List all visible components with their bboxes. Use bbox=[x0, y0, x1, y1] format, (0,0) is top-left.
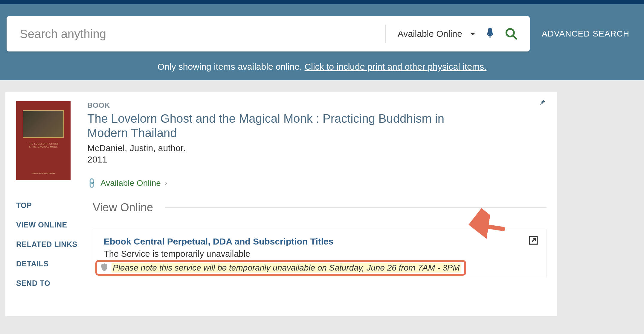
shield-icon bbox=[101, 263, 108, 273]
record-panel: THE LOVELORN GHOST& THE MAGICAL MONK JUS… bbox=[5, 92, 557, 316]
top-banner-strip bbox=[0, 0, 644, 4]
search-row: Available Online ADVANCED SEARCH bbox=[7, 16, 637, 51]
link-icon: 🔗 bbox=[86, 177, 98, 189]
chevron-right-icon: › bbox=[165, 179, 167, 187]
microphone-icon[interactable] bbox=[484, 27, 496, 41]
sidenav-item-view-online[interactable]: VIEW ONLINE bbox=[16, 221, 82, 229]
resource-type-label: BOOK bbox=[87, 101, 547, 110]
record-author: McDaniel, Justin, author. bbox=[87, 143, 547, 153]
section-divider bbox=[165, 207, 547, 208]
service-card: Ebook Central Perpetual, DDA and Subscri… bbox=[93, 229, 547, 277]
search-scope-selector[interactable]: Available Online bbox=[385, 25, 475, 43]
record-header: THE LOVELORN GHOST& THE MAGICAL MONK JUS… bbox=[16, 101, 547, 188]
sidenav-item-details[interactable]: DETAILS bbox=[16, 259, 82, 268]
search-input[interactable] bbox=[20, 16, 385, 51]
filter-notice: Only showing items available online. Cli… bbox=[7, 62, 637, 72]
cover-art bbox=[23, 110, 64, 138]
chevron-down-icon bbox=[470, 33, 475, 35]
search-icon[interactable] bbox=[505, 27, 518, 40]
search-box: Available Online bbox=[7, 16, 530, 51]
record-lower: TOP VIEW ONLINE RELATED LINKS DETAILS SE… bbox=[16, 201, 547, 298]
pin-icon[interactable] bbox=[538, 98, 547, 108]
service-note-highlight: Please note this service will be tempora… bbox=[95, 260, 466, 276]
service-unavailable-text: The Service is temporarily unavailable bbox=[104, 249, 537, 259]
record-year: 2011 bbox=[87, 154, 547, 165]
search-scope-label: Available Online bbox=[398, 29, 462, 39]
content-area: View Online bbox=[93, 201, 547, 298]
main-content: THE LOVELORN GHOST& THE MAGICAL MONK JUS… bbox=[0, 80, 644, 316]
open-external-icon[interactable] bbox=[528, 235, 538, 247]
book-cover[interactable]: THE LOVELORN GHOST& THE MAGICAL MONK JUS… bbox=[16, 101, 71, 180]
sidenav-item-top[interactable]: TOP bbox=[16, 201, 82, 210]
availability-text: Available Online bbox=[100, 178, 161, 188]
include-physical-link[interactable]: Click to include print and other physica… bbox=[305, 62, 487, 72]
side-nav: TOP VIEW ONLINE RELATED LINKS DETAILS SE… bbox=[16, 201, 82, 298]
advanced-search-link[interactable]: ADVANCED SEARCH bbox=[542, 29, 629, 39]
filter-notice-prefix: Only showing items available online. bbox=[158, 62, 305, 72]
record-title[interactable]: The Lovelorn Ghost and the Magical Monk … bbox=[87, 111, 455, 140]
svg-line-3 bbox=[476, 214, 503, 240]
cover-title-text: THE LOVELORN GHOST& THE MAGICAL MONK bbox=[16, 142, 71, 149]
service-title-link[interactable]: Ebook Central Perpetual, DDA and Subscri… bbox=[104, 236, 537, 247]
sidenav-item-send-to[interactable]: SEND TO bbox=[16, 279, 82, 288]
section-title: View Online bbox=[93, 201, 153, 214]
service-note-text: Please note this service will be tempora… bbox=[112, 263, 461, 273]
search-area: Available Online ADVANCED SEARCH Only sh… bbox=[0, 4, 644, 80]
availability-row[interactable]: 🔗 Available Online › bbox=[87, 178, 547, 188]
sidenav-item-related-links[interactable]: RELATED LINKS bbox=[16, 240, 82, 249]
cover-author-text: JUSTIN THOMAS McDANIEL bbox=[16, 172, 71, 174]
svg-line-1 bbox=[513, 36, 516, 39]
record-meta: BOOK The Lovelorn Ghost and the Magical … bbox=[87, 101, 547, 188]
